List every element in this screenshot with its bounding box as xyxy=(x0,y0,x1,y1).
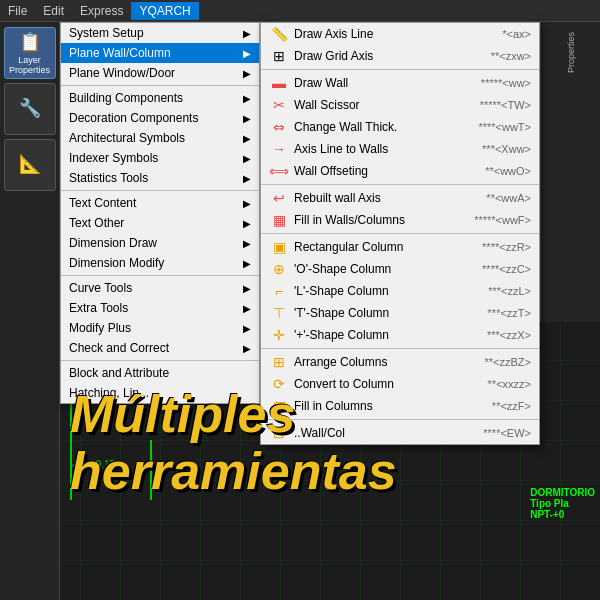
axis-line-walls-icon: → xyxy=(269,141,289,157)
fill-walls-icon: ▦ xyxy=(269,212,289,228)
menu-dimension-modify[interactable]: Dimension Modify ▶ xyxy=(61,253,259,273)
menu-system-setup[interactable]: System Setup ▶ xyxy=(61,23,259,43)
menu-rectangular-column[interactable]: ▣ Rectangular Column ****<zzR> xyxy=(261,236,539,258)
shortcut-TW: *****<TW> xyxy=(480,99,531,111)
menu-text-content[interactable]: Text Content ▶ xyxy=(61,193,259,213)
shortcut-zzR: ****<zzR> xyxy=(482,241,531,253)
t-shape-icon: ⊤ xyxy=(269,305,289,321)
separator-3 xyxy=(61,275,259,276)
shortcut-Xww: ***<Xww> xyxy=(482,143,531,155)
layer-properties-label: Layer Properties xyxy=(5,55,55,75)
menu-plus-shape-column[interactable]: ✛ '+'-Shape Column ***<zzX> xyxy=(261,324,539,346)
menu-level1: System Setup ▶ Plane Wall/Column ▶ Plane… xyxy=(60,22,260,404)
shortcut-ax: *<ax> xyxy=(502,28,531,40)
shortcut-zzBZ: **<zzBZ> xyxy=(485,356,531,368)
menubar: File Edit Express YQARCH xyxy=(0,0,600,22)
tool-button-2[interactable]: 🔧 xyxy=(4,83,56,135)
separator-4 xyxy=(61,360,259,361)
arrow-icon-4: ▶ xyxy=(243,93,251,104)
plus-shape-icon: ✛ xyxy=(269,327,289,343)
dormitorio-label: DORMITORIOTipo PlaNPT-+0 xyxy=(530,487,595,520)
arrange-columns-icon: ⊞ xyxy=(269,354,289,370)
menu-decoration-components[interactable]: Decoration Components ▶ xyxy=(61,108,259,128)
draw-wall-icon: ▬ xyxy=(269,75,289,91)
arrow-icon: ▶ xyxy=(243,28,251,39)
menu-o-shape-column[interactable]: ⊕ 'O'-Shape Column ****<zzC> xyxy=(261,258,539,280)
shortcut-zxw: **<zxw> xyxy=(491,50,531,62)
menu-yqarch[interactable]: YQARCH xyxy=(131,2,198,20)
menu-statistics-tools[interactable]: Statistics Tools ▶ xyxy=(61,168,259,188)
arrow-icon-14: ▶ xyxy=(243,303,251,314)
menu-modify-plus[interactable]: Modify Plus ▶ xyxy=(61,318,259,338)
menu-indexer-symbols[interactable]: Indexer Symbols ▶ xyxy=(61,148,259,168)
watermark: Múltiples herramientas xyxy=(70,386,397,500)
l-shape-icon: ⌐ xyxy=(269,283,289,299)
arrow-icon-3: ▶ xyxy=(243,68,251,79)
menu-axis-line-to-walls[interactable]: → Axis Line to Walls ***<Xww> xyxy=(261,138,539,160)
wall-scissor-icon: ✂ xyxy=(269,97,289,113)
menu-t-shape-column[interactable]: ⊤ 'T'-Shape Column ***<zzT> xyxy=(261,302,539,324)
separator-l2-2 xyxy=(261,184,539,185)
shortcut-zzT: ***<zzT> xyxy=(488,307,531,319)
separator-1 xyxy=(61,85,259,86)
rebuilt-wall-icon: ↩ xyxy=(269,190,289,206)
menu-express[interactable]: Express xyxy=(72,2,131,20)
arrow-icon-8: ▶ xyxy=(243,173,251,184)
menu-level2: 📏 Draw Axis Line *<ax> ⊞ Draw Grid Axis … xyxy=(260,22,540,445)
left-panel: 📋 Layer Properties 🔧 📐 xyxy=(0,22,60,600)
arrow-icon-6: ▶ xyxy=(243,133,251,144)
arrow-icon-15: ▶ xyxy=(243,323,251,334)
tool-icon-3: 📐 xyxy=(19,153,41,175)
menu-wall-offseting[interactable]: ⟺ Wall Offseting **<wwO> xyxy=(261,160,539,182)
dropdown-overlay: System Setup ▶ Plane Wall/Column ▶ Plane… xyxy=(60,22,260,404)
menu-change-wall-thick[interactable]: ⇔ Change Wall Thick. ****<wwT> xyxy=(261,116,539,138)
arrow-icon-2: ▶ xyxy=(243,48,251,59)
arrow-icon-5: ▶ xyxy=(243,113,251,124)
arrow-icon-12: ▶ xyxy=(243,258,251,269)
tool-icon-2: 🔧 xyxy=(19,97,41,119)
shortcut-wwF: *****<wwF> xyxy=(474,214,531,226)
shortcut-wwA: **<wwA> xyxy=(486,192,531,204)
menu-block-attribute[interactable]: Block and Attribute xyxy=(61,363,259,383)
watermark-line2: herramientas xyxy=(70,443,397,500)
arrow-icon-11: ▶ xyxy=(243,238,251,249)
tool-button-3[interactable]: 📐 xyxy=(4,139,56,191)
menu-check-correct[interactable]: Check and Correct ▶ xyxy=(61,338,259,358)
menu-file[interactable]: File xyxy=(0,2,35,20)
separator-l2-3 xyxy=(261,233,539,234)
shortcut-wwO: **<wwO> xyxy=(485,165,531,177)
menu-extra-tools[interactable]: Extra Tools ▶ xyxy=(61,298,259,318)
right-panel: Properties xyxy=(540,22,600,322)
menu-arrange-columns[interactable]: ⊞ Arrange Columns **<zzBZ> xyxy=(261,351,539,373)
shortcut-zzL: ***<zzL> xyxy=(488,285,531,297)
menu-curve-tools[interactable]: Curve Tools ▶ xyxy=(61,278,259,298)
menu-wall-scissor[interactable]: ✂ Wall Scissor *****<TW> xyxy=(261,94,539,116)
menu-plane-wall-column[interactable]: Plane Wall/Column ▶ xyxy=(61,43,259,63)
separator-l2-1 xyxy=(261,69,539,70)
arrow-icon-16: ▶ xyxy=(243,343,251,354)
arrow-icon-7: ▶ xyxy=(243,153,251,164)
menu-architectural-symbols[interactable]: Architectural Symbols ▶ xyxy=(61,128,259,148)
shortcut-xxzz: **<xxzz> xyxy=(488,378,531,390)
menu-edit[interactable]: Edit xyxy=(35,2,72,20)
menu-draw-wall[interactable]: ▬ Draw Wall *****<ww> xyxy=(261,72,539,94)
shortcut-EW: ****<EW> xyxy=(483,427,531,439)
draw-grid-axis-icon: ⊞ xyxy=(269,48,289,64)
menu-text-other[interactable]: Text Other ▶ xyxy=(61,213,259,233)
menu-l-shape-column[interactable]: ⌐ 'L'-Shape Column ***<zzL> xyxy=(261,280,539,302)
shortcut-zzX: ***<zzX> xyxy=(487,329,531,341)
menu-building-components[interactable]: Building Components ▶ xyxy=(61,88,259,108)
menu-draw-grid-axis[interactable]: ⊞ Draw Grid Axis **<zxw> xyxy=(261,45,539,67)
shortcut-ww: *****<ww> xyxy=(481,77,531,89)
draw-axis-line-icon: 📏 xyxy=(269,26,289,42)
layer-properties-icon: 📋 xyxy=(19,31,41,53)
menu-draw-axis-line[interactable]: 📏 Draw Axis Line *<ax> xyxy=(261,23,539,45)
menu-dimension-draw[interactable]: Dimension Draw ▶ xyxy=(61,233,259,253)
layer-properties-button[interactable]: 📋 Layer Properties xyxy=(4,27,56,79)
wall-offseting-icon: ⟺ xyxy=(269,163,289,179)
rect-column-icon: ▣ xyxy=(269,239,289,255)
menu-rebuilt-wall-axis[interactable]: ↩ Rebuilt wall Axis **<wwA> xyxy=(261,187,539,209)
menu-fill-walls-columns[interactable]: ▦ Fill in Walls/Columns *****<wwF> xyxy=(261,209,539,231)
menu-plane-window-door[interactable]: Plane Window/Door ▶ xyxy=(61,63,259,83)
watermark-line1: Múltiples xyxy=(70,386,397,443)
